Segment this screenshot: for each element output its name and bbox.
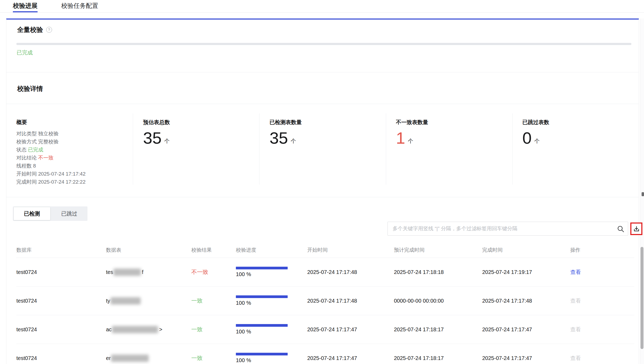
table-name-suffix: > [159, 326, 162, 332]
cell-estimated-finish-time: 2025-07-24 17:18:17 [394, 326, 482, 333]
table-row: test0724 ac> 一致 100 % 2025-07-24 17:17:4… [16, 315, 634, 344]
table-row: test0724 er 一致 100 % 2025-07-24 17:17:47… [16, 344, 634, 364]
download-button[interactable] [630, 222, 642, 235]
segment-skipped[interactable]: 已跳过 [51, 206, 87, 221]
divider [6, 104, 639, 104]
stat-card: 不一致表数量 1 个 [386, 113, 512, 185]
redacted-blur [114, 269, 141, 276]
column-header: 开始时间 [307, 247, 394, 254]
cell-action: 查看 [570, 297, 629, 304]
scrollbar-marker [642, 192, 644, 196]
row-progress-bar [236, 267, 288, 269]
column-header: 操作 [570, 247, 629, 254]
cell-result: 不一致 [191, 268, 236, 276]
table-row: test0724 ty 一致 100 % 2025-07-24 17:17:48… [16, 287, 634, 315]
stat-card: 已检测表数量 35 个 [259, 113, 386, 185]
view-link[interactable]: 查看 [570, 298, 581, 304]
column-header: 数据表 [106, 247, 191, 254]
stats-row: 概要 对比类型 独立校验校验方式 完整校验状态 已完成对比结论 不一致线程数 8… [6, 113, 639, 185]
stat-value: 1 [396, 130, 405, 146]
full-check-progress-bar [16, 43, 631, 45]
segment-checked[interactable]: 已检测 [14, 207, 50, 220]
cell-finish-time: 2025-07-24 17:17:47 [482, 355, 570, 361]
summary-item: 校验方式 完整校验 [16, 138, 133, 146]
verification-detail-title: 校验详情 [17, 84, 43, 93]
redacted-blur [111, 297, 141, 304]
summary-item: 状态 已完成 [16, 146, 133, 154]
table-row: test0724 tesf 不一致 100 % 2025-07-24 17:17… [16, 258, 634, 287]
keyword-search-box [387, 222, 628, 236]
table-body: test0724 tesf 不一致 100 % 2025-07-24 17:17… [16, 258, 634, 364]
full-check-status: 已完成 [17, 49, 33, 56]
stat-card: 已跳过表数 0 个 [512, 113, 639, 185]
cell-action: 查看 [570, 269, 629, 276]
cell-start-time: 2025-07-24 17:17:48 [307, 269, 394, 275]
cell-finish-time: 2025-07-24 17:17:48 [482, 298, 570, 304]
row-progress-bar [236, 295, 288, 298]
table-name-prefix: tes [106, 269, 113, 275]
download-icon [633, 225, 640, 232]
column-header: 校验结果 [191, 247, 236, 254]
row-progress-text: 100 % [236, 271, 307, 277]
cell-database: test0724 [16, 326, 106, 333]
scrollbar-track[interactable] [640, 18, 644, 364]
summary-column: 概要 对比类型 独立校验校验方式 完整校验状态 已完成对比结论 不一致线程数 8… [6, 113, 133, 185]
cell-table-name: ac> [106, 326, 191, 333]
table-header: 数据库数据表校验结果校验进度开始时间预计完成时间完成时间操作 [16, 243, 634, 258]
table-name-prefix: ty [106, 298, 110, 304]
tab-verification-progress[interactable]: 校验进展 [13, 0, 38, 12]
summary-item: 完成时间 2025-07-24 17:22:22 [16, 178, 133, 186]
stat-label: 已检测表数量 [269, 119, 386, 126]
full-check-title-text: 全量校验 [17, 26, 43, 33]
search-icon[interactable] [617, 225, 624, 232]
cell-database: test0724 [16, 269, 106, 275]
cell-progress: 100 % [236, 267, 307, 277]
cell-estimated-finish-time: 0000-00-00 00:00:00 [394, 298, 482, 304]
full-check-title: 全量校验? [17, 25, 52, 34]
cell-progress: 100 % [236, 324, 307, 335]
column-header: 数据库 [16, 247, 106, 254]
stat-label: 已跳过表数 [522, 119, 639, 126]
cell-table-name: tesf [106, 269, 191, 276]
cell-action: 查看 [570, 326, 629, 333]
redacted-blur [112, 326, 158, 333]
table-name-prefix: ac [106, 326, 112, 332]
result-filter-segmented-control: 已检测 已跳过 [13, 206, 87, 221]
divider [6, 72, 639, 72]
cell-database: test0724 [16, 355, 106, 361]
cell-estimated-finish-time: 2025-07-24 17:18:17 [394, 355, 482, 361]
scrollbar-thumb[interactable] [641, 247, 643, 349]
view-link[interactable]: 查看 [570, 355, 581, 361]
stat-value-row: 35 个 [143, 130, 259, 146]
cell-action: 查看 [570, 355, 629, 362]
view-link[interactable]: 查看 [570, 269, 581, 275]
cell-result: 一致 [191, 326, 236, 333]
cell-result: 一致 [191, 297, 236, 304]
row-progress-bar [236, 324, 288, 327]
summary-item: 线程数 8 [16, 162, 133, 170]
cell-start-time: 2025-07-24 17:17:47 [307, 326, 394, 333]
divider [6, 197, 639, 197]
cell-database: test0724 [16, 298, 106, 304]
question-circle-icon[interactable]: ? [46, 27, 52, 33]
cell-start-time: 2025-07-24 17:17:47 [307, 355, 394, 361]
search-input[interactable] [388, 222, 628, 235]
summary-item: 对比结论 不一致 [16, 154, 133, 162]
stat-unit: 个 [408, 138, 413, 145]
summary-item: 对比类型 独立校验 [16, 130, 133, 138]
table-name-suffix: f [142, 269, 144, 275]
cell-table-name: ty [106, 297, 191, 304]
row-progress-text: 100 % [236, 357, 307, 363]
cell-finish-time: 2025-07-24 17:17:47 [482, 326, 570, 333]
cell-estimated-finish-time: 2025-07-24 17:18:18 [394, 269, 482, 275]
view-link[interactable]: 查看 [570, 326, 581, 332]
stat-unit: 个 [534, 138, 540, 145]
cell-finish-time: 2025-07-24 17:19:17 [482, 269, 570, 275]
summary-item: 开始时间 2025-07-24 17:17:42 [16, 170, 133, 178]
stat-value-row: 1 个 [396, 130, 512, 146]
cell-table-name: er [106, 355, 191, 362]
tab-verification-task-config[interactable]: 校验任务配置 [61, 0, 98, 12]
summary-title: 概要 [16, 119, 133, 126]
top-tab-bar: 校验进展 校验任务配置 [0, 0, 644, 13]
stat-card: 预估表总数 35 个 [133, 113, 259, 185]
